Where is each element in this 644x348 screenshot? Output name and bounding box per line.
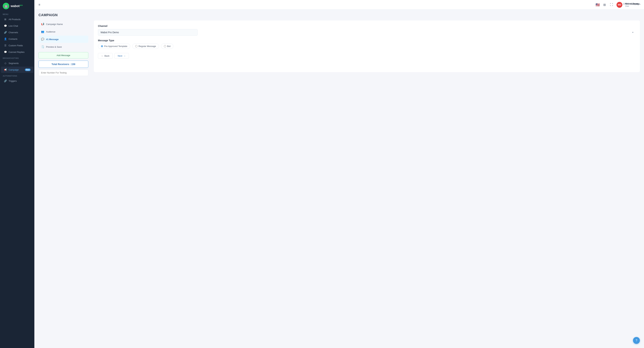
sidebar-item-label: Triggers	[8, 80, 30, 82]
action-buttons: ← Back Next →	[98, 53, 636, 59]
segments-icon: ◇	[4, 62, 7, 65]
bot-label: Bot	[167, 45, 170, 48]
sidebar-item-channels[interactable]: 🔗 Channels	[1, 29, 33, 36]
message-step-icon: 💬	[41, 38, 44, 41]
user-role: User	[625, 5, 640, 7]
sidebar-item-label: Campaign	[8, 69, 23, 71]
next-arrow-icon: →	[123, 55, 126, 57]
help-button[interactable]: ?	[633, 337, 640, 344]
sidebar-item-live-chat[interactable]: 💬 Live Chat	[1, 23, 33, 29]
campaign-new-badge: New	[25, 69, 30, 71]
campaign-name-step-icon: 📢	[41, 23, 44, 26]
grid-button[interactable]: ⊞	[602, 2, 606, 8]
audience-step-icon: 👥	[41, 30, 44, 33]
radio-pre-approved[interactable]: Pre Approved Template	[98, 44, 130, 49]
flag-icon[interactable]: 🇺🇸	[596, 3, 600, 7]
sidebar-item-label: Segments	[8, 62, 30, 65]
breadcrumb-current: Campaign	[630, 3, 640, 5]
topbar: ≡ 🇺🇸 ⊞ ⛶ WD Wabot Demo... User CRM › Cam…	[34, 0, 644, 10]
main-wrapper: ≡ 🇺🇸 ⊞ ⛶ WD Wabot Demo... User CRM › Cam…	[34, 0, 644, 348]
next-button[interactable]: Next →	[114, 53, 129, 59]
page-title: CAMPAIGN	[38, 13, 640, 17]
step-campaign-name[interactable]: 📢 Campaign Name	[38, 21, 88, 28]
sidebar-item-campaign[interactable]: 📢 Campaign New	[1, 67, 33, 73]
broadcasting-section-label: BROADCASTING	[0, 55, 34, 60]
logo: 🤖 wabotpro	[0, 0, 34, 11]
logo-text: wabotpro	[11, 4, 23, 8]
radio-regular-input[interactable]	[135, 45, 138, 47]
breadcrumb-crm[interactable]: CRM	[623, 3, 628, 5]
logo-pro: pro	[20, 4, 23, 6]
pre-approved-label: Pre Approved Template	[104, 45, 127, 48]
channel-label: Channel	[98, 25, 636, 27]
sidebar-item-custom-fields[interactable]: ☰ Custom Fields	[1, 42, 33, 49]
sidebar-item-all-products[interactable]: ⊞ All Products	[1, 16, 33, 22]
hamburger-icon: ≡	[38, 3, 40, 6]
custom-fields-icon: ☰	[4, 44, 7, 47]
sidebar-item-canned-replies[interactable]: 💬 Canned Replies	[1, 49, 33, 55]
preview-step-icon: 🗒️	[41, 45, 44, 48]
back-button[interactable]: ← Back	[98, 53, 113, 59]
step-audience-label: Audience	[46, 31, 55, 33]
regular-message-label: Regular Message	[138, 45, 156, 48]
campaign-icon: 📢	[4, 68, 7, 71]
breadcrumb-separator: ›	[629, 3, 630, 5]
campaign-layout: 📢 Campaign Name 👥 Audience 💬 #1 Message …	[38, 21, 640, 76]
message-type-group: Pre Approved Template Regular Message Bo…	[98, 44, 636, 49]
sidebar-item-label: Live Chat	[8, 25, 30, 27]
grid-icon: ⊞	[603, 3, 606, 7]
automations-section-label: AUTOMATIONS	[0, 73, 34, 78]
step-message[interactable]: 💬 #1 Message	[38, 36, 88, 43]
channel-select[interactable]: Wabot Pro Demo	[98, 29, 198, 36]
next-label: Next	[118, 55, 122, 57]
add-message-button[interactable]: Add Message	[38, 52, 88, 59]
message-type-label: Message Type	[98, 39, 636, 42]
radio-bot-input[interactable]	[164, 45, 166, 47]
sidebar-item-contacts[interactable]: 👤 Contacts	[1, 36, 33, 42]
fullscreen-icon: ⛶	[610, 3, 613, 6]
help-icon: ?	[636, 339, 637, 342]
back-label: Back	[104, 55, 110, 57]
sidebar-item-label: Channels	[8, 31, 30, 34]
sidebar-item-segments[interactable]: ◇ Segments	[1, 60, 33, 66]
sidebar: 🤖 wabotpro MENU ⊞ All Products 💬 Live Ch…	[0, 0, 34, 348]
sidebar-item-label: Contacts	[8, 38, 30, 40]
step-message-label: #1 Message	[46, 38, 58, 41]
live-chat-icon: 💬	[4, 25, 7, 27]
fullscreen-button[interactable]: ⛶	[609, 2, 614, 7]
topbar-left: ≡	[38, 2, 41, 7]
step-campaign-name-label: Campaign Name	[46, 23, 63, 26]
triggers-icon: 🔗	[4, 80, 7, 82]
channel-section: Channel Wabot Pro Demo ▾	[98, 25, 636, 36]
total-receivers: Total Receivers : 159	[38, 61, 88, 68]
test-number-input[interactable]	[38, 70, 88, 76]
canned-replies-icon: 💬	[4, 51, 7, 53]
contacts-icon: 👤	[4, 38, 7, 40]
step-preview-label: Preview & Save	[46, 46, 62, 48]
channels-icon: 🔗	[4, 31, 7, 34]
form-panel: Channel Wabot Pro Demo ▾ Message Type	[94, 21, 640, 72]
back-arrow-icon: ←	[101, 55, 104, 57]
message-type-section: Message Type Pre Approved Template Regul…	[98, 39, 636, 49]
radio-pre-approved-input[interactable]	[101, 45, 103, 47]
menu-toggle-button[interactable]: ≡	[38, 2, 41, 7]
sidebar-item-label: Canned Replies	[8, 51, 30, 53]
sidebar-item-triggers[interactable]: 🔗 Triggers	[1, 78, 33, 84]
step-audience[interactable]: 👥 Audience	[38, 28, 88, 35]
radio-bot[interactable]: Bot	[161, 44, 174, 49]
breadcrumb: CRM › Campaign	[623, 3, 640, 5]
sidebar-item-label: Custom Fields	[8, 44, 30, 47]
steps-panel: 📢 Campaign Name 👥 Audience 💬 #1 Message …	[38, 21, 88, 76]
channel-select-wrapper: Wabot Pro Demo ▾	[98, 29, 636, 36]
page-content: CAMPAIGN 📢 Campaign Name 👥 Audience 💬 #1…	[34, 10, 644, 348]
menu-section-label: MENU	[0, 11, 34, 16]
step-preview-save[interactable]: 🗒️ Preview & Save	[38, 43, 88, 50]
chevron-down-icon: ▾	[632, 31, 633, 34]
avatar[interactable]: WD	[616, 2, 622, 8]
all-products-icon: ⊞	[4, 18, 7, 21]
logo-icon: 🤖	[3, 3, 9, 9]
radio-regular-message[interactable]: Regular Message	[132, 44, 159, 49]
sidebar-item-label: All Products	[8, 18, 30, 21]
